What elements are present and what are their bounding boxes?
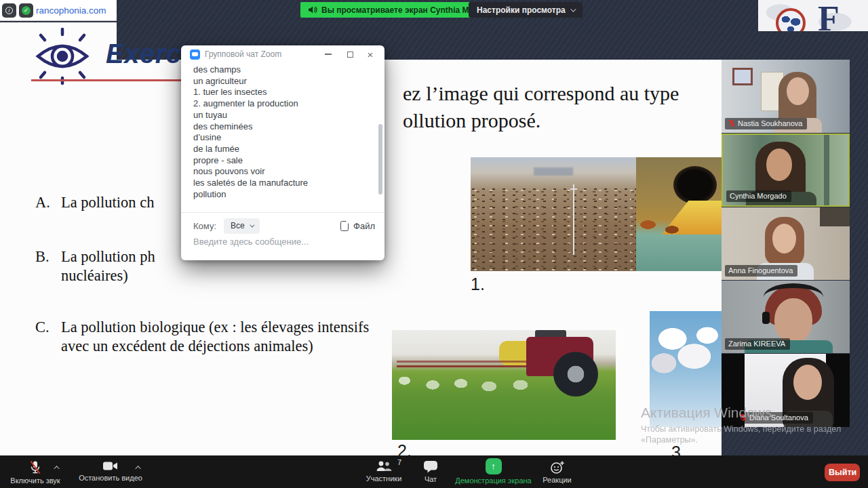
chat-message: nous pouvons voir: [193, 166, 363, 178]
image-sewage-pipe: [636, 157, 722, 271]
participant-name: Cynthia Morgado: [730, 192, 787, 200]
site-logo: F: [758, 0, 868, 31]
chat-message: un tuyau: [193, 110, 363, 121]
participant-name: Diana Soultanova: [749, 413, 808, 422]
image-smoke-clouds: [650, 311, 722, 427]
chat-message: les saletés de la manufacture: [193, 178, 363, 189]
rocks-detail: [636, 212, 696, 237]
stop-video-label: Остановить видео: [79, 474, 142, 482]
chat-window-title: Групповой чат Zoom: [205, 49, 281, 59]
participant-video-panel: Nastia Soukhanova Cynthia Morgado Anna F…: [722, 60, 850, 427]
participant-name: Nastia Soukhanova: [738, 119, 802, 127]
view-settings-label: Настройки просмотра: [477, 5, 566, 15]
participant-name: Zarima KIREEVA: [728, 340, 785, 348]
chat-message-input[interactable]: [192, 236, 361, 247]
chat-message: 1. tuer les insectes: [193, 87, 363, 98]
reactions-label: Реакции: [542, 476, 572, 484]
chat-message: un agriculteur: [193, 76, 363, 87]
recipient-label: Кому:: [193, 221, 216, 231]
maximize-button[interactable]: [340, 45, 360, 63]
image-label-1: 1.: [471, 274, 485, 294]
chat-app-icon: [190, 49, 200, 60]
unmute-label: Включить звук: [10, 476, 60, 485]
audio-options-chevron[interactable]: [54, 466, 59, 471]
video-tile-zarima[interactable]: Zarima KIREEVA: [722, 281, 850, 353]
image-label-2: 2.: [397, 441, 412, 455]
minimize-button[interactable]: [318, 45, 338, 63]
chat-message: des champs: [193, 64, 363, 76]
participants-button[interactable]: 7 Участники: [350, 455, 418, 488]
chat-message: pollution: [193, 189, 363, 201]
spray-mist: [392, 372, 549, 401]
globe-logo-icon: [776, 8, 806, 31]
video-tile-diana[interactable]: Diana Soultanova: [722, 354, 850, 427]
slide-instruction-line1: ez l’image qui correspond au type: [403, 82, 679, 105]
chat-message-list[interactable]: des champs un agriculteur 1. tuer les in…: [193, 64, 363, 200]
tractor-wheel: [553, 352, 598, 396]
file-button-label: Файл: [353, 221, 375, 231]
url-text: rancophonia.com: [36, 5, 106, 16]
slide-instruction-line2: ollution proposé.: [403, 109, 540, 132]
video-tile-anna[interactable]: Anna Finoguentova: [722, 207, 850, 280]
logo-letter: F: [818, 0, 840, 31]
zoom-meeting-window: Exerc ez l’image qui correspond au type …: [0, 0, 868, 488]
info-icon[interactable]: i: [2, 3, 16, 18]
light-pole-detail: [573, 184, 574, 255]
reactions-button[interactable]: Реакции: [532, 455, 583, 488]
share-screen-label: Демонстрация экрана: [455, 476, 531, 485]
chat-scrollbar[interactable]: [378, 67, 382, 208]
video-tile-cynthia-active-speaker[interactable]: Cynthia Morgado: [722, 134, 850, 207]
option-a-text: La pollution ch: [61, 194, 154, 211]
participant-name-badge: Anna Finoguentova: [725, 265, 797, 277]
chevron-down-icon: [250, 222, 254, 227]
slide-title-fragment: Exerc: [106, 39, 181, 69]
cloud-puffs: [650, 318, 722, 388]
mic-off-icon: [728, 119, 735, 127]
chat-message: d’usine: [193, 132, 363, 144]
file-icon: [340, 221, 349, 231]
option-c-letter: C.: [35, 319, 50, 336]
chevron-down-icon: [570, 6, 576, 12]
unmute-button[interactable]: Включить звук: [3, 455, 68, 488]
share-screen-icon: ↑: [486, 458, 502, 474]
stop-video-button[interactable]: Остановить видео: [71, 455, 151, 488]
option-c-text-line2: avec un excédent de déjections animales): [61, 338, 313, 355]
mic-muted-icon: [28, 460, 42, 474]
chat-message: 2. augmenter la production: [193, 98, 363, 110]
cattle-herd-texture: [471, 187, 636, 271]
chat-message: des cheminées: [193, 121, 363, 133]
recipient-value: Все: [231, 221, 245, 230]
participant-name-badge: Zarima KIREEVA: [725, 338, 790, 350]
option-b-letter: B.: [35, 248, 50, 266]
video-tile-nastia[interactable]: Nastia Soukhanova: [722, 60, 850, 133]
browser-url-bar[interactable]: i ✓ rancophonia.com: [0, 0, 117, 21]
group-chat-window: Групповой чат Zoom × des champs un agric…: [181, 45, 384, 260]
reactions-smiley-icon: [549, 460, 566, 474]
participant-name-badge: Diana Soultanova: [736, 412, 813, 424]
participants-count: 7: [397, 458, 401, 466]
option-c-text: La pollution biologique (ex : les élevag…: [61, 319, 369, 336]
image-cattle-feedlot: [471, 157, 636, 271]
option-a-letter: A.: [35, 194, 50, 211]
video-options-chevron[interactable]: [135, 466, 140, 471]
view-settings-button[interactable]: Настройки просмотра: [469, 2, 583, 18]
image-tractor-spraying: [392, 330, 616, 440]
meeting-toolbar: Включить звук Остановить видео 7 Участни…: [0, 455, 868, 488]
participants-label: Участники: [366, 474, 402, 483]
attach-file-button[interactable]: Файл: [340, 221, 375, 231]
image-label-3: 3.: [671, 443, 686, 455]
chat-divider: [181, 212, 384, 213]
pipe-opening: [673, 166, 717, 204]
participant-name: Anna Finoguentova: [728, 266, 793, 274]
recipient-dropdown[interactable]: Все: [224, 218, 260, 234]
leave-meeting-button[interactable]: Выйти: [825, 464, 860, 481]
close-icon[interactable]: ×: [360, 45, 380, 63]
slide-title-underline: [31, 79, 183, 81]
participant-name-badge: Nastia Soukhanova: [725, 118, 807, 129]
chat-scrollbar-thumb[interactable]: [378, 124, 382, 195]
eye-icon: [30, 28, 95, 87]
wall-picture: [732, 68, 753, 85]
shield-check-icon[interactable]: ✓: [19, 3, 33, 18]
skyline-detail: [534, 167, 574, 176]
mic-off-icon: [740, 413, 747, 422]
